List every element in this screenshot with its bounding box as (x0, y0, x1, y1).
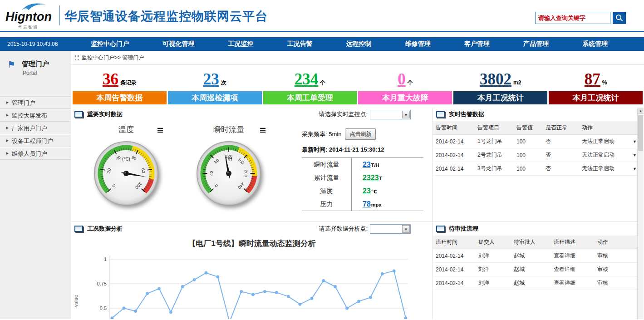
main-area: ⚑ 管理门户 Portal 管理门户监控大屏发布厂家用户门户设备工程师门户维修人… (0, 51, 644, 319)
stat-label-bar[interactable]: 本月重大故障 (358, 91, 452, 104)
gauge-unit-label: (℃) (122, 157, 130, 162)
hamburger-menu-icon[interactable]: ≡ (157, 124, 164, 135)
sidebar-item-1[interactable]: 管理门户 (0, 96, 71, 109)
stat-card-1[interactable]: 36条记录本周告警数据 (73, 69, 167, 104)
cell: 1号龙门吊 (475, 135, 514, 148)
stat-unit: m2 (513, 79, 521, 86)
cell[interactable]: 审核 (595, 263, 637, 276)
gauge-tick-label: 20 (106, 168, 112, 173)
nav-item-9[interactable]: 系统管理 (582, 40, 608, 48)
analysis-select-label: 请选择数据分析点: (319, 225, 368, 233)
chevron-down-icon: ▼ (402, 111, 410, 118)
data-point-marker (322, 279, 325, 282)
stat-card-3[interactable]: 234个本周工单受理 (263, 69, 357, 104)
breadcrumb-row: 监控中心门户>> 管理门户 (71, 51, 644, 65)
sidebar-item-label: 管理门户 (12, 97, 35, 109)
page-scrollbar[interactable]: ▲ (637, 108, 644, 319)
data-point-marker (205, 271, 208, 275)
stat-card-top: 23次 (168, 69, 262, 91)
cell: 2014-02-14 (433, 162, 475, 176)
data-point-marker (404, 316, 408, 319)
metric-row-3: 温度23℃ (302, 184, 423, 197)
gauge-block-2: 瞬时流量≡04080120160200240T/H (190, 124, 267, 209)
nav-item-4[interactable]: 工况告警 (287, 40, 312, 48)
hamburger-menu-icon[interactable]: ≡ (259, 124, 266, 135)
nav-item-8[interactable]: 产品管理 (523, 40, 549, 48)
nav-item-5[interactable]: 远程控制 (346, 40, 372, 48)
stat-card-6[interactable]: 87%本月工况统计 (549, 69, 643, 104)
sidebar-item-2[interactable]: 监控大屏发布 (0, 109, 71, 122)
stat-value: 36 (103, 70, 118, 88)
page-title: 华辰智通设备远程监控物联网云平台 (64, 8, 268, 25)
cell[interactable]: 查看详细 (551, 263, 595, 276)
gauge-hub (123, 171, 129, 176)
search-button[interactable] (613, 12, 626, 24)
cell[interactable]: 审核 (595, 249, 637, 263)
cell[interactable]: 审核 (595, 276, 637, 290)
search-box (535, 12, 610, 24)
gauge-tick-label: 80 (141, 168, 147, 173)
cell[interactable]: 查看详细 (551, 276, 595, 290)
cell: 2014-02-14 (433, 249, 476, 263)
alarm-table: 告警时间告警项目告警值是否正常动作2014-02-141号龙门吊100否无法正常… (433, 121, 637, 176)
monitor-icon (436, 226, 445, 232)
stat-unit: % (602, 79, 607, 86)
stat-label-bar[interactable]: 本周巡检漏项 (168, 91, 262, 104)
column-header: 流程描述 (551, 236, 595, 249)
alarms-panel-title: 实时告警数据 (449, 110, 484, 118)
data-point-marker (345, 307, 349, 310)
cell: 赵城 (511, 276, 551, 290)
analysis-panel-title: 工况数据分析 (87, 225, 123, 233)
scrollbar-up-icon[interactable]: ▲ (638, 108, 644, 114)
nav-item-6[interactable]: 维修管理 (405, 40, 431, 48)
row-scroll-down-icon[interactable]: ▼ (630, 162, 637, 176)
header-gap (0, 32, 644, 37)
realtime-point-select[interactable]: ▼ (370, 110, 411, 119)
analysis-point-select[interactable]: ▼ (370, 224, 411, 234)
sidebar-item-5[interactable]: 维修人员门户 (0, 147, 71, 160)
scrollbar-thumb[interactable] (638, 115, 643, 151)
nav-item-2[interactable]: 可视化管理 (162, 40, 194, 48)
stat-card-2[interactable]: 23次本周巡检漏项 (168, 69, 262, 104)
stat-card-top: 0个 (358, 69, 452, 91)
y-tick-label: 0.75 (97, 281, 107, 286)
stat-label-bar[interactable]: 本周告警数据 (73, 91, 167, 104)
stat-label-bar[interactable]: 本周工单受理 (263, 91, 357, 104)
row-scroll-down-icon[interactable]: ▼ (630, 148, 637, 162)
gauge-label: 温度 (118, 125, 134, 134)
monitor-icon (74, 111, 83, 118)
stat-label-bar[interactable]: 本月工况统计 (453, 91, 547, 104)
arrow-right-icon (6, 139, 9, 142)
data-point-marker (357, 300, 360, 303)
cell[interactable]: 查看详细 (551, 249, 595, 263)
analysis-panel-header: 工况数据分析 请选择数据分析点: ▼ (71, 222, 433, 236)
stat-card-top: 3802m2 (453, 69, 547, 91)
y-axis-title: value (73, 295, 79, 307)
gauge-dial-2: 04080120160200240T/H (195, 139, 263, 207)
arrow-right-icon (6, 101, 9, 104)
stat-label-bar[interactable]: 本月工况统计 (549, 91, 643, 104)
column-header: 告警项目 (475, 121, 514, 135)
gauge-minor-tick (128, 148, 129, 150)
stat-card-4[interactable]: 0个本月重大故障 (358, 69, 452, 104)
cell: 2014-02-14 (433, 263, 476, 276)
sidebar-item-4[interactable]: 设备工程师门户 (0, 134, 71, 147)
main-navbar: 2015-10-19 10:43:06 监控中心门户可视化管理工况监控工况告警远… (0, 37, 644, 51)
metric-unit: ℃ (371, 189, 377, 194)
metric-value: 2323 (363, 174, 379, 182)
gauge-hub-highlight (227, 172, 229, 173)
freq-label: 采集频率: 5min (302, 130, 341, 138)
search-input[interactable] (536, 12, 610, 24)
metric-row-1: 瞬时流量23T/H (302, 158, 423, 171)
stat-card-5[interactable]: 3802m2本月工况统计 (453, 69, 547, 104)
metric-value-wrap: 23T/H (352, 161, 379, 169)
nav-item-1[interactable]: 监控中心门户 (91, 40, 129, 48)
sidebar-item-3[interactable]: 厂家用户门户 (0, 122, 71, 134)
nav-item-7[interactable]: 客户管理 (464, 40, 490, 48)
refresh-button[interactable]: 点击刷新 (345, 128, 376, 140)
nav-item-3[interactable]: 工况监控 (228, 40, 253, 48)
flow-line-chart: 10.750.5value (71, 251, 430, 319)
y-tick-label: 1 (104, 256, 107, 262)
row-scroll-down-icon[interactable]: ▼ (630, 135, 637, 148)
flag-icon: ⚑ (7, 59, 15, 70)
